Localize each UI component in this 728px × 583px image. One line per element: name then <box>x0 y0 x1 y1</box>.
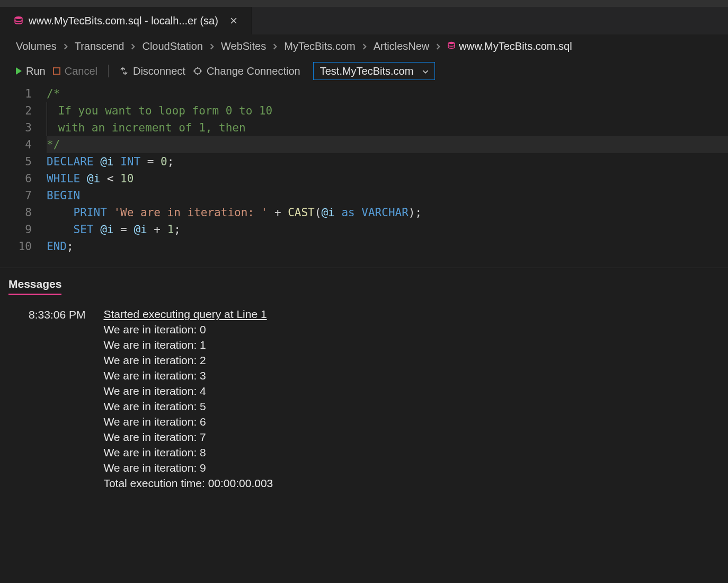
breadcrumb-segment[interactable]: ArticlesNew <box>374 40 430 52</box>
database-dropdown[interactable]: Test.MyTecBits.com <box>313 62 436 80</box>
code-line[interactable]: BEGIN <box>47 187 728 204</box>
message-line: We are in iteration: 8 <box>103 446 273 459</box>
code-line[interactable]: END; <box>47 238 728 255</box>
chevron-right-icon <box>205 43 219 50</box>
line-number: 2 <box>0 102 32 119</box>
tab-strip: www.MyTecBits.com.sql - localh...er (sa) <box>0 7 728 34</box>
line-number: 1 <box>0 85 32 102</box>
breadcrumb-segment[interactable]: www.MyTecBits.com.sql <box>447 40 572 52</box>
code-line[interactable]: SET @i = @i + 1; <box>47 221 728 238</box>
code-line[interactable]: with an increment of 1, then <box>47 119 728 136</box>
messages-tab[interactable]: Messages <box>8 278 61 295</box>
cancel-button[interactable]: Cancel <box>53 65 97 77</box>
close-icon[interactable] <box>228 15 239 26</box>
chevron-right-icon <box>59 43 73 50</box>
breadcrumb-segment[interactable]: MyTecBits.com <box>284 40 355 52</box>
chevron-down-icon <box>422 68 429 75</box>
svg-point-1 <box>448 42 455 44</box>
messages-body: 8:33:06 PM Started executing query at Li… <box>8 308 720 492</box>
line-number: 8 <box>0 204 32 221</box>
code-editor[interactable]: 12345678910 /* If you want to loop form … <box>0 83 728 268</box>
cancel-label: Cancel <box>65 65 97 77</box>
message-line: Total execution time: 00:00:00.003 <box>103 477 273 490</box>
messages-panel: Messages 8:33:06 PM Started executing qu… <box>0 268 728 502</box>
message-line: We are in iteration: 6 <box>103 416 273 428</box>
line-number: 5 <box>0 153 32 170</box>
message-line: We are in iteration: 9 <box>103 462 273 474</box>
code-line[interactable]: /* <box>47 85 728 102</box>
message-line: We are in iteration: 2 <box>103 354 273 367</box>
code-line[interactable]: */ <box>47 136 728 153</box>
change-connection-button[interactable]: Change Connection <box>193 65 300 77</box>
message-line: We are in iteration: 0 <box>103 323 273 336</box>
breadcrumb-segment[interactable]: CloudStation <box>142 40 203 52</box>
change-connection-label: Change Connection <box>207 65 300 77</box>
line-number: 7 <box>0 187 32 204</box>
chevron-right-icon <box>358 43 371 50</box>
database-dropdown-value: Test.MyTecBits.com <box>320 65 414 77</box>
code-line[interactable]: WHILE @i < 10 <box>47 170 728 187</box>
message-header: Started executing query at Line 1 <box>103 308 273 321</box>
breadcrumb: VolumesTranscendCloudStationWebSitesMyTe… <box>0 34 728 59</box>
svg-point-0 <box>15 16 22 19</box>
message-timestamp: 8:33:06 PM <box>29 308 85 492</box>
tab-label: www.MyTecBits.com.sql - localh...er (sa) <box>29 15 218 27</box>
message-line: We are in iteration: 4 <box>103 385 273 398</box>
stop-icon <box>53 67 60 75</box>
chevron-right-icon <box>431 43 445 50</box>
change-connection-icon <box>193 66 202 76</box>
database-icon <box>14 16 23 25</box>
message-line: We are in iteration: 5 <box>103 400 273 413</box>
message-line: We are in iteration: 7 <box>103 431 273 444</box>
line-number: 6 <box>0 170 32 187</box>
message-line: We are in iteration: 1 <box>103 339 273 351</box>
breadcrumb-segment[interactable]: Volumes <box>16 40 57 52</box>
disconnect-label: Disconnect <box>133 65 185 77</box>
disconnect-icon <box>119 66 129 76</box>
code-line[interactable]: DECLARE @i INT = 0; <box>47 153 728 170</box>
database-icon <box>447 41 456 50</box>
title-bar <box>0 0 728 7</box>
code-line[interactable]: PRINT 'We are in iteration: ' + CAST(@i … <box>47 204 728 221</box>
line-gutter: 12345678910 <box>0 85 47 255</box>
separator <box>108 65 109 77</box>
query-toolbar: Run Cancel Disconnect Change Connection … <box>0 59 728 83</box>
run-button[interactable]: Run <box>16 65 46 77</box>
svg-point-2 <box>194 68 200 74</box>
code-area[interactable]: /* If you want to loop form 0 to 10 with… <box>47 85 728 255</box>
breadcrumb-segment[interactable]: Transcend <box>75 40 125 52</box>
disconnect-button[interactable]: Disconnect <box>119 65 185 77</box>
message-line: We are in iteration: 3 <box>103 369 273 382</box>
run-label: Run <box>26 65 46 77</box>
line-number: 3 <box>0 119 32 136</box>
play-icon <box>16 67 22 75</box>
line-number: 9 <box>0 221 32 238</box>
message-lines: Started executing query at Line 1We are … <box>103 308 273 492</box>
breadcrumb-segment[interactable]: WebSites <box>221 40 266 52</box>
line-number: 4 <box>0 136 32 153</box>
chevron-right-icon <box>126 43 140 50</box>
chevron-right-icon <box>268 43 282 50</box>
line-number: 10 <box>0 238 32 255</box>
code-line[interactable]: If you want to loop form 0 to 10 <box>47 102 728 119</box>
editor-tab[interactable]: www.MyTecBits.com.sql - localh...er (sa) <box>0 7 252 34</box>
